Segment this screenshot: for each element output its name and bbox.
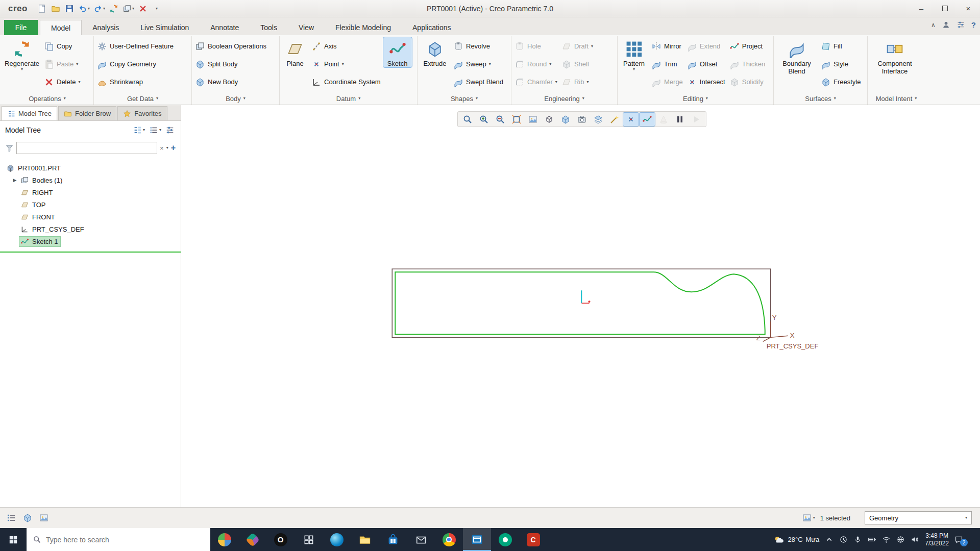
axis-button[interactable]: Axis [310, 37, 382, 55]
swept-blend-button[interactable]: Swept Blend [452, 73, 505, 91]
pinned-app-camtasia[interactable] [491, 528, 519, 551]
sweep-button[interactable]: Sweep▾ [452, 55, 505, 73]
add-filter-icon[interactable]: + [171, 143, 176, 153]
close-button[interactable]: × [957, 0, 980, 17]
windows-button[interactable]: ▾ [121, 2, 135, 15]
selection-buffer-button[interactable]: ▾ [801, 512, 816, 524]
pinned-app-store[interactable] [379, 528, 407, 551]
csys-triad[interactable] [763, 321, 788, 341]
engineering-group-label[interactable]: Engineering▾ [513, 92, 616, 105]
taskbar-clock[interactable]: 3:48 PM 7/3/2022 [925, 532, 949, 547]
microphone-tray-icon[interactable] [853, 535, 862, 544]
pinned-app-sparkle[interactable] [238, 528, 266, 551]
boolean-operations-button[interactable]: Boolean Operations [193, 37, 268, 55]
trim-button[interactable]: Trim [650, 55, 684, 73]
task-view-button[interactable] [295, 528, 323, 551]
maximize-button[interactable] [933, 0, 957, 17]
model-tree-filter-input[interactable] [16, 142, 157, 154]
fill-button[interactable]: Fill [819, 37, 862, 55]
user-icon[interactable] [942, 20, 950, 29]
tree-item-front-plane[interactable]: FRONT [0, 211, 181, 223]
operations-group-label[interactable]: Operations▾ [3, 92, 92, 105]
delete-button[interactable]: Delete▾ [42, 73, 82, 91]
tree-display-button[interactable]: ▾ [132, 124, 146, 136]
redo-button[interactable]: ▾ [92, 2, 106, 15]
chevron-down-icon[interactable]: ▾ [166, 146, 168, 150]
pinned-app-mail[interactable] [407, 528, 435, 551]
tab-analysis[interactable]: Analysis [82, 20, 130, 35]
body-group-label[interactable]: Body▾ [193, 92, 278, 105]
selection-filter-dropdown[interactable]: Geometry ▾ [865, 511, 972, 524]
save-button[interactable] [63, 2, 76, 15]
running-app-creo[interactable] [463, 528, 491, 551]
tree-item-sketch1[interactable]: Sketch 1 [0, 235, 181, 247]
new-file-button[interactable] [36, 2, 48, 15]
pinned-app-explorer[interactable] [351, 528, 379, 551]
project-button[interactable]: Project [728, 37, 767, 55]
taskbar-weather[interactable]: 28°C Mưa [773, 534, 819, 545]
minimize-button[interactable]: – [910, 0, 933, 17]
expand-arrow-icon[interactable]: ▶ [11, 178, 18, 183]
tree-item-bodies[interactable]: ▶Bodies (1) [0, 174, 181, 186]
graphics-area[interactable]: Y X Z PRT_CSYS_DEF [181, 105, 980, 507]
options-sliders-icon[interactable] [957, 20, 965, 29]
shapes-group-label[interactable]: Shapes▾ [419, 92, 509, 105]
tab-model-tree[interactable]: Model Tree [2, 106, 57, 120]
pinned-app-edge[interactable] [323, 528, 351, 551]
split-body-button[interactable]: Split Body [193, 55, 268, 73]
revolve-button[interactable]: Revolve [452, 37, 505, 55]
help-icon[interactable]: ? [971, 20, 976, 29]
pinned-app-chrome[interactable] [435, 528, 463, 551]
sketch-geometry[interactable]: Y X Z PRT_CSYS_DEF [181, 105, 980, 507]
coordinate-system-button[interactable]: Coordinate System [310, 73, 382, 91]
boundary-blend-button[interactable]: Boundary Blend [775, 37, 818, 75]
pinned-app-opera[interactable]: O [266, 528, 295, 551]
start-button[interactable] [0, 528, 27, 551]
insert-here-indicator[interactable] [0, 252, 181, 253]
tab-applications[interactable]: Applications [402, 20, 462, 35]
tree-item-top-plane[interactable]: TOP [0, 198, 181, 211]
editing-group-label[interactable]: Editing▾ [619, 92, 772, 105]
component-interface-button[interactable]: Component Interface [869, 37, 920, 75]
tree-item-part[interactable]: PRT0001.PRT [0, 162, 181, 174]
undo-button[interactable]: ▾ [77, 2, 91, 15]
freestyle-button[interactable]: Freestyle [819, 73, 862, 91]
show-tree-toggle[interactable] [5, 512, 17, 524]
wifi-icon[interactable] [882, 535, 891, 544]
user-defined-feature-button[interactable]: User-Defined Feature [95, 37, 175, 55]
shrinkwrap-button[interactable]: Shrinkwrap [95, 73, 175, 91]
extrude-button[interactable]: Extrude [419, 37, 451, 67]
style-button[interactable]: Style [819, 55, 862, 73]
tab-flexible-modeling[interactable]: Flexible Modeling [325, 20, 402, 35]
tree-item-right-plane[interactable]: RIGHT [0, 186, 181, 198]
tab-view[interactable]: View [288, 20, 325, 35]
intersect-button[interactable]: Intersect [685, 73, 727, 91]
tree-settings-button[interactable] [164, 124, 176, 136]
tab-favorites[interactable]: Favorites [117, 106, 167, 120]
surfaces-group-label[interactable]: Surfaces▾ [775, 92, 866, 105]
pattern-button[interactable]: Pattern ▾ [619, 37, 649, 71]
plane-button[interactable]: Plane [281, 37, 309, 67]
collapse-ribbon-icon[interactable]: ∧ [931, 21, 936, 29]
tab-folder-browser[interactable]: Folder Brow [58, 106, 116, 120]
volume-icon[interactable] [911, 535, 919, 544]
datum-group-label[interactable]: Datum▾ [281, 92, 415, 105]
tab-live-simulation[interactable]: Live Simulation [130, 20, 200, 35]
hidden-icons-chevron-icon[interactable] [825, 535, 834, 544]
tab-file[interactable]: File [4, 20, 38, 35]
3d-navigation-toggle[interactable] [21, 512, 34, 524]
point-button[interactable]: Point▾ [310, 55, 382, 73]
battery-icon[interactable] [868, 535, 876, 544]
network-globe-icon[interactable] [896, 535, 905, 544]
tree-item-csys[interactable]: PRT_CSYS_DEF [0, 223, 181, 235]
regenerate-quick-button[interactable] [108, 2, 120, 15]
open-file-button[interactable] [50, 2, 62, 15]
customize-qat-button[interactable]: ▾ [151, 2, 163, 15]
pinned-app-red[interactable]: C [519, 528, 547, 551]
sketch-button[interactable]: Sketch [383, 37, 412, 67]
regenerate-button[interactable]: Regenerate ▾ [3, 37, 41, 71]
tree-columns-button[interactable]: ▾ [148, 124, 162, 136]
mirror-button[interactable]: Mirror [650, 37, 684, 55]
clear-filter-icon[interactable]: × [160, 144, 164, 152]
selected-sketch-curve[interactable] [395, 272, 765, 334]
